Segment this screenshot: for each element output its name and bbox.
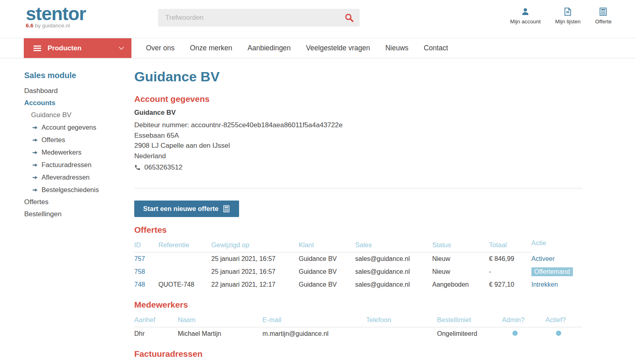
table-row: 758 25 januari 2021, 16:57 Guidance BV s… (134, 265, 582, 278)
section-divider (134, 188, 582, 188)
my-lists-label: Mijn lijsten (555, 19, 581, 25)
account-debtor-number: Debiteur nummer: accountnr-8255ce40eb184… (134, 120, 582, 130)
arrow-right-icon (32, 187, 38, 193)
sidebar-item-offertes[interactable]: Offertes (24, 196, 134, 208)
sidebar-item-dashboard[interactable]: Dashboard (24, 85, 134, 97)
offerte-referentie (158, 252, 211, 266)
document-icon (563, 7, 572, 16)
medewerkers-header-row: Aanhef Naam E-mail Telefoon Bestellimiet… (134, 314, 582, 327)
medewerker-email: m.martijn@guidance.nl (262, 327, 366, 341)
actief-status-dot (556, 331, 561, 336)
col-totaal[interactable]: Totaal (489, 240, 531, 252)
account-gegevens-heading: Account gegevens (134, 94, 582, 104)
offertes-heading: Offertes (134, 225, 582, 235)
offerte-gewijzigd: 22 januari 2021, 12:17 (211, 278, 299, 291)
calculator-icon (223, 205, 230, 213)
sidebar-title-sales-module[interactable]: Sales module (24, 71, 134, 80)
start-new-quote-label: Start een nieuwe offerte (143, 205, 219, 213)
col-sales[interactable]: Sales (355, 240, 432, 252)
sidebar-item-accounts[interactable]: Accounts (24, 97, 134, 109)
col-referentie[interactable]: Referentie (158, 240, 211, 252)
arrow-right-icon (32, 175, 38, 180)
my-account-button[interactable]: Mijn account (510, 7, 541, 25)
search-button[interactable] (344, 13, 360, 23)
account-company-name: Guidance BV (134, 109, 582, 116)
nav-link-aanbiedingen[interactable]: Aanbiedingen (240, 44, 298, 52)
start-new-quote-button[interactable]: Start een nieuwe offerte (134, 201, 239, 217)
offertemand-action-link[interactable]: Offertemand (531, 267, 573, 276)
medewerkers-heading: Medewerkers (134, 300, 582, 310)
sidebar-item-factuuradressen[interactable]: Factuuradressen (24, 159, 134, 171)
arrow-right-icon (32, 137, 38, 143)
sidebar-item-medewerkers[interactable]: Medewerkers (24, 146, 134, 159)
offerte-klant: Guidance BV (299, 265, 355, 278)
offerte-sales: sales@guidance.nl (355, 278, 432, 291)
col-admin[interactable]: Admin? (502, 314, 545, 327)
intrekken-action-link[interactable]: Intrekken (531, 281, 558, 288)
medewerker-bestellimiet: Ongelimiteerd (437, 327, 502, 341)
main-panel: Guidance BV Account gegevens Guidance BV… (134, 58, 582, 364)
sidebar-item-label: Medewerkers (42, 149, 81, 156)
logo-byline: by guidance.nl (35, 23, 70, 29)
col-aanhef[interactable]: Aanhef (134, 314, 178, 327)
offerte-sales: sales@guidance.nl (355, 252, 432, 266)
sidebar-item-bestelgeschiedenis[interactable]: Bestelgeschiedenis (24, 184, 134, 196)
activeer-action-link[interactable]: Activeer (531, 255, 555, 262)
offerte-id-link[interactable]: 758 (134, 268, 145, 275)
my-lists-button[interactable]: Mijn lijsten (555, 7, 581, 25)
nav-link-veelgestelde-vragen[interactable]: Veelgestelde vragen (298, 44, 378, 52)
col-actief[interactable]: Actief? (545, 314, 582, 327)
sidebar-item-guidance-bv[interactable]: Guidance BV (24, 109, 134, 121)
products-menu-label: Producten (48, 44, 119, 52)
medewerker-naam: Michael Martijn (178, 327, 262, 341)
quote-button[interactable]: Offerte (595, 7, 612, 25)
sidebar-item-label: Offertes (42, 136, 65, 144)
offerte-status: Aangeboden (432, 278, 489, 291)
stentor-logo[interactable]: stentor 6.6 by guidance.nl (26, 4, 86, 29)
sidebar-item-label: Bestelgeschiedenis (42, 186, 99, 194)
account-city: 2908 LJ Capelle aan den IJssel (134, 141, 582, 151)
offerte-totaal: € 927,10 (489, 278, 531, 291)
offerte-klant: Guidance BV (299, 278, 355, 291)
account-phone-row: 0653263512 (134, 163, 582, 172)
offerte-sales: sales@guidance.nl (355, 265, 432, 278)
offerte-id-link[interactable]: 748 (134, 281, 145, 288)
col-naam[interactable]: Naam (178, 314, 262, 327)
sidebar-item-label: Factuuradressen (42, 161, 92, 169)
offerte-referentie (158, 265, 211, 278)
nav-link-over-ons[interactable]: Over ons (138, 44, 182, 52)
search-input[interactable] (158, 14, 344, 22)
sidebar-item-bestellingen[interactable]: Bestellingen (24, 208, 134, 220)
account-phone[interactable]: 0653263512 (144, 163, 183, 172)
sidebar: Sales module Dashboard Accounts Guidance… (0, 58, 134, 364)
sidebar-item-label: Account gegevens (42, 124, 96, 131)
table-row: 748 QUOTE-748 22 januari 2021, 12:17 Gui… (134, 278, 582, 291)
logo-text: stentor (26, 4, 86, 23)
table-row: Dhr Michael Martijn m.martijn@guidance.n… (134, 327, 582, 341)
sidebar-item-afleveradressen[interactable]: Afleveradressen (24, 171, 134, 184)
offerte-totaal: - (489, 265, 531, 278)
col-telefoon[interactable]: Telefoon (366, 314, 437, 327)
col-gewijzigd-op[interactable]: Gewijzigd op (211, 240, 299, 252)
col-bestellimiet[interactable]: Bestellimiet (437, 314, 502, 327)
factuuradressen-heading: Factuuradressen (134, 349, 582, 359)
sidebar-item-account-gegevens[interactable]: Account gegevens (24, 121, 134, 134)
col-status[interactable]: Status (432, 240, 489, 252)
search-icon (344, 13, 354, 23)
arrow-right-icon (32, 150, 38, 155)
medewerker-telefoon (366, 327, 437, 341)
offerte-id-link[interactable]: 757 (134, 255, 145, 262)
col-id[interactable]: ID (134, 240, 158, 252)
nav-link-onze-merken[interactable]: Onze merken (182, 44, 240, 52)
col-klant[interactable]: Klant (299, 240, 355, 252)
hamburger-icon (33, 45, 41, 52)
sidebar-item-offertes-sub[interactable]: Offertes (24, 134, 134, 146)
user-icon (521, 7, 530, 16)
nav-link-contact[interactable]: Contact (416, 44, 456, 52)
main-navbar: Producten Over ons Onze merken Aanbiedin… (0, 38, 635, 58)
products-menu-button[interactable]: Producten (24, 38, 131, 58)
col-email[interactable]: E-mail (262, 314, 366, 327)
offerte-gewijzigd: 25 januari 2021, 16:57 (211, 252, 299, 266)
nav-link-nieuws[interactable]: Nieuws (378, 44, 416, 52)
admin-status-dot (512, 331, 518, 336)
